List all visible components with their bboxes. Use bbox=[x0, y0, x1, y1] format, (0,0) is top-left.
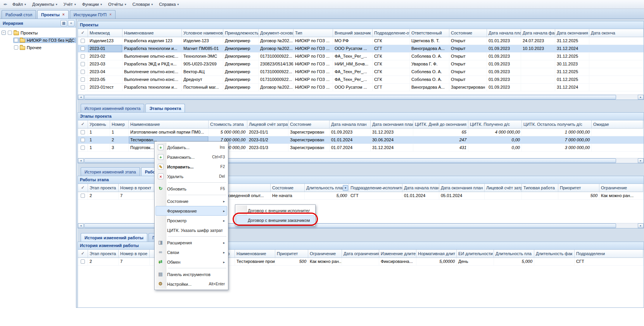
row-select-cell[interactable] bbox=[78, 136, 88, 144]
row-select-cell[interactable] bbox=[78, 76, 88, 83]
checkbox-icon[interactable] bbox=[81, 259, 85, 264]
checkbox-icon[interactable] bbox=[81, 46, 85, 51]
workspace-tab[interactable]: Проекты× bbox=[37, 10, 69, 19]
scroll-left-button[interactable]: ◂ bbox=[78, 223, 84, 228]
table-row[interactable]: 2023-01тестРазработка технологии и...Пос… bbox=[78, 84, 644, 91]
column-header[interactable]: Номер bbox=[110, 120, 129, 129]
collapse-button[interactable]: « bbox=[68, 20, 74, 26]
workspace-tab[interactable]: Инструкции ПУП× bbox=[70, 10, 116, 19]
select-all-checkbox[interactable]: ✓ bbox=[78, 250, 88, 258]
column-header[interactable]: Состояние bbox=[271, 184, 305, 192]
column-header[interactable]: Принадлежность bbox=[223, 29, 259, 37]
row-select-cell[interactable] bbox=[78, 84, 88, 91]
column-header[interactable]: Мнемокод bbox=[88, 29, 123, 37]
column-header[interactable]: Лицевой счёт затрат bbox=[247, 120, 288, 129]
context-menu-item[interactable]: +Размножить...Ctrl+F3 bbox=[155, 152, 227, 162]
select-all-checkbox[interactable]: ✓ bbox=[78, 120, 88, 129]
scrollbar-track[interactable] bbox=[84, 95, 638, 100]
context-menu-item[interactable]: ✎Исправить...F2 bbox=[155, 162, 227, 172]
context-menu-item[interactable]: ×УдалитьDel bbox=[155, 172, 227, 181]
scroll-left-button[interactable]: ◂ bbox=[78, 158, 84, 163]
table-row[interactable]: 11Изготовление опытной партии ПМ0...5 00… bbox=[78, 129, 644, 136]
checkbox-icon[interactable] bbox=[81, 130, 85, 134]
column-header[interactable]: Типовая работа bbox=[522, 184, 558, 192]
column-header[interactable]: Длительность план.▾ bbox=[305, 184, 349, 192]
table-row[interactable]: Изделие123Разработка изделия 123Изделие-… bbox=[78, 37, 644, 45]
section-tab[interactable]: Этапы проекта bbox=[145, 104, 185, 112]
column-menu-icon[interactable]: ▾ bbox=[343, 185, 348, 191]
checkbox-icon[interactable] bbox=[81, 194, 85, 198]
row-select-cell[interactable] bbox=[78, 45, 88, 52]
row-select-cell[interactable] bbox=[78, 60, 88, 68]
context-menu-item[interactable]: ◨Расширения▸ bbox=[155, 238, 227, 247]
column-header[interactable]: Подразделение-исполнитель. bbox=[349, 184, 402, 192]
tree-node-inner[interactable]: НИОКР по ГОЗ без НДС bbox=[13, 38, 76, 43]
checkbox-icon[interactable] bbox=[81, 54, 85, 58]
scroll-right-button[interactable]: ▸ bbox=[638, 158, 644, 163]
column-header[interactable]: Дата начала факт. bbox=[521, 29, 555, 37]
menubar-item[interactable]: Словари▾ bbox=[129, 0, 156, 9]
column-header[interactable]: ЕИ длительности bbox=[457, 250, 494, 258]
row-select-cell[interactable] bbox=[78, 68, 88, 75]
table-row[interactable]: 2023-05Выполнение опытно-конс...Дредноут… bbox=[78, 76, 644, 84]
scroll-right-button[interactable]: ▸ bbox=[638, 95, 644, 100]
column-header[interactable]: Внешний заказчик bbox=[333, 29, 373, 37]
tree-expander-icon[interactable]: − bbox=[2, 31, 6, 35]
column-header[interactable]: Документ-основан bbox=[259, 29, 294, 37]
column-header[interactable]: Дата начала план. bbox=[402, 184, 439, 192]
row-select-cell[interactable] bbox=[78, 53, 88, 60]
column-header[interactable]: Номер в прое bbox=[119, 250, 150, 258]
column-header[interactable]: Дата окончания п. bbox=[555, 29, 589, 37]
submenu-item[interactable]: Договор с внешним заказчиком... bbox=[236, 215, 314, 225]
column-header[interactable]: Состояние bbox=[288, 120, 330, 129]
scrollbar-thumb[interactable] bbox=[84, 95, 616, 100]
checkbox-icon[interactable] bbox=[81, 85, 85, 89]
checkbox-icon[interactable] bbox=[14, 45, 18, 50]
column-header[interactable]: Этап проекта bbox=[88, 184, 119, 192]
context-menu-item[interactable]: Формирование▸ bbox=[155, 206, 227, 216]
tree-node-inner[interactable]: Проекты bbox=[7, 30, 39, 36]
column-header[interactable]: Условное наименова bbox=[182, 29, 223, 37]
checkbox-icon[interactable] bbox=[8, 31, 12, 35]
column-header[interactable]: Подразделени bbox=[575, 250, 643, 258]
table-row[interactable]: 2023-02Выполнение опытно-конс...Технолог… bbox=[78, 53, 644, 60]
scroll-left-button[interactable]: ◂ bbox=[78, 95, 84, 100]
column-header[interactable]: Длительность пла bbox=[494, 250, 534, 258]
tree-node-inner[interactable]: Прочее bbox=[13, 45, 43, 50]
locate-button[interactable]: ▦ bbox=[60, 20, 67, 26]
checkbox-icon[interactable] bbox=[81, 62, 85, 66]
context-menu-item[interactable]: ⇄Обмен▸ bbox=[155, 257, 227, 267]
select-all-checkbox[interactable]: ✓ bbox=[78, 184, 88, 192]
column-header[interactable]: ЦИТК. Получено д/с bbox=[468, 120, 522, 129]
column-header[interactable]: Подразделение-от bbox=[373, 29, 410, 37]
table-row[interactable]: 2023-01Разработка технологии и...Магнит … bbox=[78, 45, 644, 53]
checkbox-icon[interactable] bbox=[81, 146, 85, 150]
column-header[interactable]: Дата начала план bbox=[330, 120, 371, 129]
column-header[interactable]: Ожидае bbox=[592, 120, 643, 129]
table-row[interactable]: 2023-04Выполнение опытно-конс...Вектор-А… bbox=[78, 68, 644, 76]
column-header[interactable]: Дата начала план. bbox=[487, 29, 521, 37]
column-header[interactable]: Длительность фак bbox=[534, 250, 575, 258]
horizontal-scrollbar[interactable]: ◂ ▸ bbox=[78, 94, 644, 100]
column-header[interactable]: ЦИТК. Дней до окончания bbox=[413, 120, 468, 129]
context-menu-item[interactable]: ▤Панель инструментов bbox=[155, 269, 227, 279]
scroll-right-button[interactable]: ▸ bbox=[638, 223, 644, 228]
column-header[interactable]: Наименование bbox=[123, 29, 182, 37]
menubar-item[interactable]: Файл▾ bbox=[9, 0, 29, 9]
tree-node[interactable]: −Проекты bbox=[0, 29, 76, 36]
context-menu-item[interactable]: Состояние▸ bbox=[155, 196, 227, 206]
column-header[interactable]: Нормативная длит bbox=[416, 250, 457, 258]
submenu-item[interactable]: Договор с внешним исполнителем... bbox=[236, 206, 314, 215]
checkbox-icon[interactable] bbox=[81, 77, 85, 82]
context-menu-item[interactable]: Просмотр▸ bbox=[155, 216, 227, 225]
tree-node[interactable]: Прочее bbox=[0, 44, 76, 51]
context-menu-item[interactable]: ЦИТК. Указать шифр затрат... bbox=[155, 225, 227, 235]
checkbox-icon[interactable] bbox=[81, 138, 85, 142]
column-header[interactable]: ЦИТК. Осталось получить д/с bbox=[522, 120, 592, 129]
column-header[interactable]: Лицевой счёт затр bbox=[485, 184, 522, 192]
row-select-cell[interactable] bbox=[78, 37, 88, 45]
column-header[interactable]: Наименование bbox=[235, 250, 275, 258]
column-header[interactable]: Приоритет bbox=[275, 250, 308, 258]
table-row[interactable]: 2023-03Разработка ЭКД и РКД н...905-U020… bbox=[78, 60, 644, 68]
column-header[interactable]: Этап проекта bbox=[88, 250, 119, 258]
